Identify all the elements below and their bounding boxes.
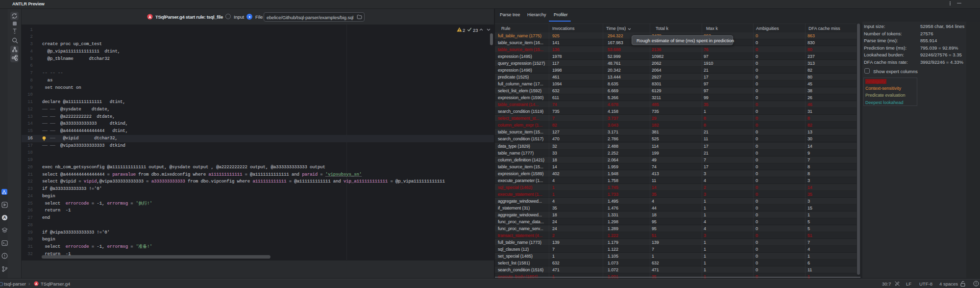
svg-text:A: A (3, 215, 6, 220)
